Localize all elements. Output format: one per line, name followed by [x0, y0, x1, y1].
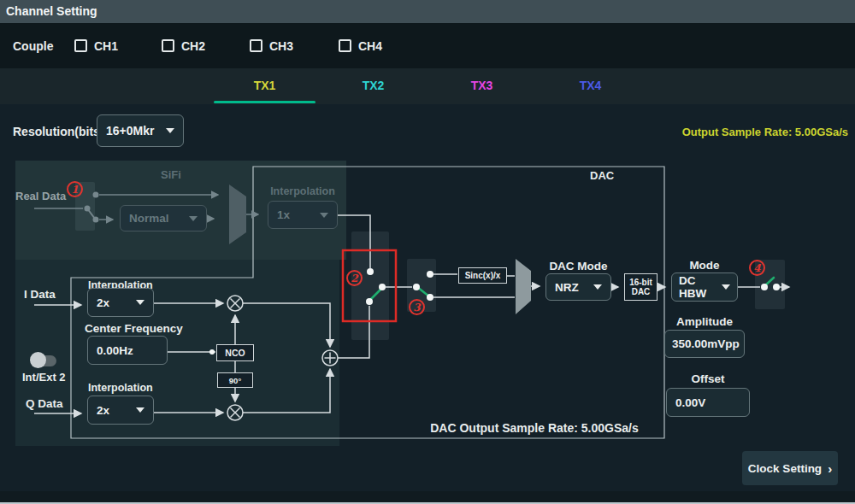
- sifi-mode-value: Normal: [129, 212, 169, 225]
- channel-setting-window: Channel Setting Couple CH1 CH2 CH3 CH4 T…: [0, 0, 855, 504]
- mixer-q-icon: [227, 405, 243, 420]
- nco-junction-dot: [209, 349, 215, 355]
- dac-chip-line2: DAC: [632, 287, 651, 297]
- phase-shift-block: 90°: [217, 372, 253, 388]
- mixer-i-icon: [227, 296, 243, 311]
- dac-section-title: DAC: [590, 169, 614, 182]
- adder-icon: [322, 350, 338, 366]
- output-mode-label: Mode: [671, 259, 738, 272]
- clock-setting-button[interactable]: Clock Setting ›: [742, 451, 838, 485]
- amplitude-label: Amplitude: [664, 315, 745, 328]
- chevron-down-icon: [136, 300, 144, 305]
- annotation-marker-1: 1: [67, 181, 83, 197]
- footer-band: [0, 491, 855, 502]
- chevron-down-icon: [593, 284, 602, 290]
- annotation-marker-2: 2: [346, 270, 363, 286]
- amplitude-value: 350.00mVpp: [672, 337, 740, 350]
- sifi-interpolation-dropdown[interactable]: 1x: [268, 201, 338, 229]
- chevron-down-icon: [136, 407, 144, 413]
- sinc-filter-block: Sinc(x)/x: [458, 267, 507, 284]
- chevron-right-icon: ›: [828, 461, 832, 476]
- output-mode-dropdown[interactable]: DC HBW: [671, 273, 738, 302]
- i-interpolation-dropdown[interactable]: 2x: [87, 288, 154, 317]
- sifi-title: SiFi: [128, 168, 214, 181]
- dac-chip-block: 16-bit DAC: [624, 273, 657, 301]
- sifi-interpolation-label: Interpolation: [260, 185, 345, 197]
- output-mode-value: DC HBW: [679, 274, 716, 300]
- center-frequency-label: Center Frequency: [85, 322, 183, 335]
- offset-input[interactable]: 0.00V: [666, 388, 750, 417]
- q-data-label: Q Data: [26, 397, 63, 410]
- offset-label: Offset: [666, 372, 750, 385]
- offset-value: 0.00V: [675, 396, 705, 409]
- q-interpolation-dropdown[interactable]: 2x: [87, 396, 154, 425]
- real-data-label: Real Data: [15, 190, 66, 202]
- sifi-mode-dropdown[interactable]: Normal: [120, 205, 207, 231]
- i-data-label: I Data: [24, 288, 56, 301]
- annotation-marker-4: 4: [749, 260, 765, 276]
- dac-mux: [516, 259, 531, 314]
- clock-setting-label: Clock Setting: [748, 462, 822, 475]
- int-ext-toggle-label: Int/Ext 2: [22, 371, 66, 384]
- sifi-interpolation-value: 1x: [277, 208, 290, 221]
- q-interpolation-label: Interpolation: [88, 382, 153, 394]
- annotation-marker-3: 3: [409, 299, 425, 315]
- chevron-down-icon: [189, 216, 198, 221]
- amplitude-input[interactable]: 350.00mVpp: [664, 330, 745, 358]
- i-interpolation-value: 2x: [97, 296, 109, 309]
- center-frequency-input[interactable]: 0.00Hz: [87, 336, 168, 365]
- dac-chip-line1: 16-bit: [629, 278, 652, 288]
- q-interpolation-value: 2x: [97, 404, 109, 417]
- sifi-mux: [229, 185, 246, 244]
- dac-output-sample-rate-text: DAC Output Sample Rate: 5.00GSa/s: [393, 421, 675, 435]
- dac-mode-label: DAC Mode: [545, 260, 611, 273]
- chevron-down-icon: [320, 213, 328, 218]
- dac-mode-dropdown[interactable]: NRZ: [545, 273, 611, 301]
- nco-block: NCO: [216, 344, 254, 361]
- center-frequency-value: 0.00Hz: [97, 344, 133, 357]
- chevron-down-icon: [722, 284, 730, 290]
- int-ext-toggle-knob[interactable]: [30, 352, 46, 368]
- dac-mode-value: NRZ: [555, 281, 579, 294]
